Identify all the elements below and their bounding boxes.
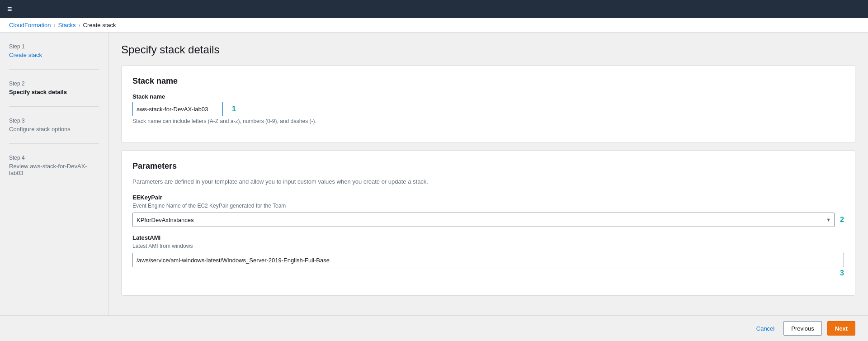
breadcrumb-stacks[interactable]: Stacks xyxy=(58,22,76,28)
eekeypair-form-group: EEKeyPair Event Engine Name of the EC2 K… xyxy=(132,194,844,227)
latestami-label: LatestAMI xyxy=(132,234,844,241)
stack-name-label: Stack name xyxy=(132,93,844,100)
eekeypair-select[interactable]: KPforDevAxInstances xyxy=(132,213,835,227)
step-1-block: Step 1 Create stack xyxy=(9,43,99,70)
step-2-title: Specify stack details xyxy=(9,89,99,95)
parameters-card-title: Parameters xyxy=(132,161,844,171)
stack-name-annotation: 1 xyxy=(232,105,236,113)
eekeypair-select-container: KPforDevAxInstances ▼ xyxy=(132,213,835,227)
sidebar: Step 1 Create stack Step 2 Specify stack… xyxy=(0,33,108,339)
step-4-title: Review aws-stack-for-DevAX-lab03 xyxy=(9,163,99,176)
latestami-annotation-row: 3 xyxy=(132,269,844,277)
eekeypair-label: EEKeyPair xyxy=(132,194,844,201)
main-layout: Step 1 Create stack Step 2 Specify stack… xyxy=(0,33,868,339)
stack-name-validation-text: Stack name can include letters (A-Z and … xyxy=(132,118,844,124)
content-area: Specify stack details Stack name Stack n… xyxy=(108,33,868,339)
stack-name-card-title: Stack name xyxy=(132,76,844,86)
page-title: Specify stack details xyxy=(121,43,855,56)
step-3-title: Configure stack options xyxy=(9,126,99,133)
stack-name-card: Stack name Stack name 1 Stack name can i… xyxy=(121,65,855,143)
eekeypair-annotation: 2 xyxy=(840,216,844,224)
step-2-block: Step 2 Specify stack details xyxy=(9,81,99,107)
parameters-card: Parameters Parameters are defined in you… xyxy=(121,150,855,296)
breadcrumb-cloudformation[interactable]: CloudFormation xyxy=(9,22,51,28)
footer: Cancel Previous Next xyxy=(0,315,868,341)
step-4-block: Step 4 Review aws-stack-for-DevAX-lab03 xyxy=(9,155,99,187)
breadcrumb: CloudFormation › Stacks › Create stack xyxy=(0,18,868,33)
latestami-annotation: 3 xyxy=(840,269,844,277)
step-1-label: Step 1 xyxy=(9,43,99,50)
previous-button[interactable]: Previous xyxy=(783,321,822,336)
eekeypair-select-row: KPforDevAxInstances ▼ 2 xyxy=(132,213,844,227)
step-1-title[interactable]: Create stack xyxy=(9,52,99,58)
step-3-block: Step 3 Configure stack options xyxy=(9,118,99,144)
stack-name-input-row: 1 xyxy=(132,102,844,116)
next-button[interactable]: Next xyxy=(827,321,855,336)
step-3-label: Step 3 xyxy=(9,118,99,124)
latestami-input[interactable] xyxy=(132,253,844,267)
top-navigation: ≡ xyxy=(0,0,868,18)
step-4-label: Step 4 xyxy=(9,155,99,161)
eekeypair-hint: Event Engine Name of the EC2 KeyPair gen… xyxy=(132,203,844,209)
breadcrumb-separator-1: › xyxy=(54,22,56,28)
breadcrumb-current: Create stack xyxy=(83,22,116,28)
breadcrumb-separator-2: › xyxy=(79,22,80,28)
hamburger-menu-icon[interactable]: ≡ xyxy=(7,5,12,14)
step-2-label: Step 2 xyxy=(9,81,99,87)
latestami-hint: Latest AMI from windows xyxy=(132,243,844,249)
stack-name-form-group: Stack name 1 Stack name can include lett… xyxy=(132,93,844,124)
parameters-description: Parameters are defined in your template … xyxy=(132,178,844,185)
latestami-form-group: LatestAMI Latest AMI from windows 3 xyxy=(132,234,844,277)
stack-name-input[interactable] xyxy=(132,102,223,116)
cancel-button[interactable]: Cancel xyxy=(753,321,778,336)
